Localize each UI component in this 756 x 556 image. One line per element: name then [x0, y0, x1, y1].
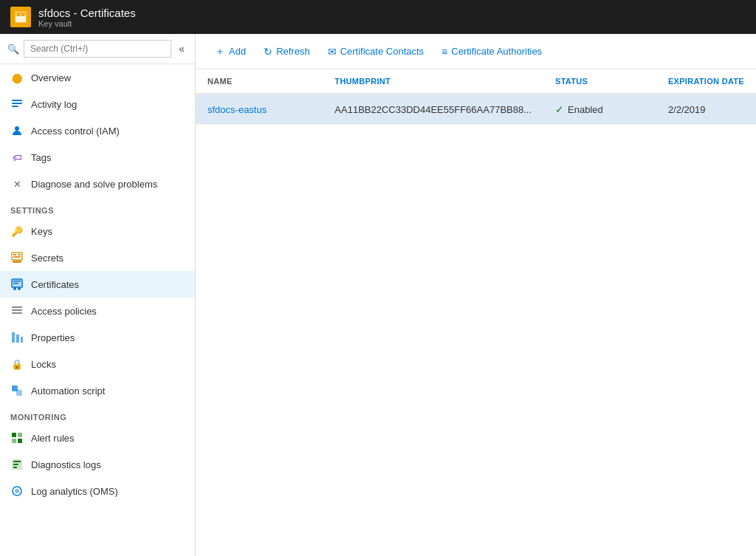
sidebar-item-secrets[interactable]: Secrets	[0, 244, 195, 271]
contacts-icon: ✉	[328, 46, 337, 58]
sidebar-item-access-policies[interactable]: Access policies	[0, 298, 195, 324]
locks-icon: 🔒	[10, 357, 24, 371]
properties-icon	[10, 331, 24, 344]
overview-icon: ⬤	[10, 71, 24, 84]
cert-name-link[interactable]: sfdocs-eastus	[207, 104, 267, 115]
svg-rect-15	[13, 281, 21, 282]
search-bar: 🔍 «	[0, 34, 195, 64]
cert-status-cell: ✓ Enabled	[543, 94, 656, 125]
svg-rect-20	[12, 309, 22, 311]
table-header: NAME THUMBPRINT STATUS EXPIRATION DATE	[196, 69, 756, 94]
refresh-button[interactable]: ↻ Refresh	[256, 41, 317, 62]
refresh-icon: ↻	[264, 46, 272, 58]
secrets-icon	[10, 251, 24, 264]
sidebar-item-keys[interactable]: 🔑 Keys	[0, 218, 195, 244]
app-subtitle: Key vault	[38, 19, 136, 28]
table-row[interactable]: sfdocs-eastus AA11BB22CC33DD44EE55FF66AA…	[196, 94, 756, 125]
sidebar-item-alert-rules[interactable]: Alert rules	[0, 425, 195, 451]
sidebar-item-locks[interactable]: 🔒 Locks	[0, 351, 195, 377]
sidebar-item-keys-label: Keys	[31, 226, 52, 237]
svg-point-18	[18, 287, 21, 290]
svg-rect-6	[12, 106, 18, 107]
svg-rect-22	[12, 332, 15, 343]
keys-icon: 🔑	[10, 224, 24, 238]
sidebar-item-diagnose[interactable]: ✕ Diagnose and solve problems	[0, 171, 195, 197]
search-input[interactable]	[24, 40, 171, 58]
svg-rect-10	[18, 254, 21, 255]
svg-rect-1	[16, 16, 26, 22]
add-icon: ＋	[215, 45, 225, 58]
svg-rect-9	[13, 254, 16, 255]
table-body: sfdocs-eastus AA11BB22CC33DD44EE55FF66AA…	[196, 94, 756, 125]
svg-point-17	[13, 287, 16, 290]
svg-rect-12	[13, 261, 21, 263]
cert-status-label: Enabled	[568, 104, 603, 115]
certificates-table-container: NAME THUMBPRINT STATUS EXPIRATION DATE s…	[196, 69, 756, 556]
toolbar: ＋ Add ↻ Refresh ✉ Certificate Contacts ≡…	[196, 34, 756, 69]
svg-rect-30	[18, 439, 22, 443]
sidebar-item-overview-label: Overview	[31, 72, 71, 83]
sidebar-item-activity-log[interactable]: Activity log	[0, 91, 195, 117]
settings-section-label: SETTINGS	[0, 197, 195, 218]
svg-rect-23	[16, 334, 19, 343]
diagnose-icon: ✕	[10, 177, 24, 191]
monitoring-section-label: MONITORING	[0, 404, 195, 425]
sidebar-item-log-analytics[interactable]: Log analytics (OMS)	[0, 478, 195, 504]
svg-rect-28	[18, 433, 22, 437]
sidebar-nav: ⬤ Overview Activity log Access control (…	[0, 64, 195, 556]
certificates-icon	[10, 278, 24, 291]
col-header-expiration: EXPIRATION DATE	[656, 69, 756, 94]
sidebar-item-log-analytics-label: Log analytics (OMS)	[31, 486, 118, 497]
sidebar-item-tags-label: Tags	[31, 152, 51, 163]
sidebar-item-diagnose-label: Diagnose and solve problems	[31, 179, 157, 190]
sidebar-item-alert-rules-label: Alert rules	[31, 433, 75, 444]
certificate-authorities-button[interactable]: ≡ Certificate Authorities	[434, 41, 549, 62]
sidebar-item-activity-log-label: Activity log	[31, 99, 77, 110]
authorities-label: Certificate Authorities	[451, 46, 542, 57]
sidebar-item-certificates[interactable]: Certificates	[0, 271, 195, 298]
svg-rect-29	[12, 439, 16, 443]
sidebar-item-access-control[interactable]: Access control (IAM)	[0, 117, 195, 144]
collapse-button[interactable]: «	[176, 41, 188, 56]
svg-rect-24	[21, 337, 23, 343]
diagnostics-logs-icon	[10, 458, 24, 471]
sidebar-item-diagnostics-logs-label: Diagnostics logs	[31, 459, 101, 470]
svg-rect-27	[12, 433, 16, 437]
svg-rect-4	[12, 100, 22, 101]
sidebar-item-diagnostics-logs[interactable]: Diagnostics logs	[0, 451, 195, 478]
svg-rect-2	[17, 13, 20, 16]
svg-point-7	[15, 126, 19, 131]
svg-rect-19	[12, 306, 22, 308]
sidebar-item-certificates-label: Certificates	[31, 279, 79, 290]
app-title: sfdocs - Certificates	[38, 7, 136, 19]
add-button[interactable]: ＋ Add	[207, 41, 253, 63]
sidebar-item-properties[interactable]: Properties	[0, 324, 195, 351]
activity-log-icon	[10, 97, 24, 111]
col-header-name: NAME	[196, 69, 323, 94]
col-header-thumbprint: THUMBPRINT	[323, 69, 543, 94]
cert-name-cell: sfdocs-eastus	[196, 94, 323, 125]
sidebar-item-tags[interactable]: 🏷 Tags	[0, 144, 195, 171]
tags-icon: 🏷	[10, 151, 24, 164]
col-header-status: STATUS	[543, 69, 656, 94]
app-header: sfdocs - Certificates Key vault	[0, 0, 756, 34]
sidebar-item-secrets-label: Secrets	[31, 253, 63, 264]
svg-rect-32	[13, 461, 21, 462]
add-label: Add	[229, 46, 246, 57]
sidebar-item-overview[interactable]: ⬤ Overview	[0, 64, 195, 91]
sidebar-item-automation[interactable]: Automation script	[0, 377, 195, 404]
sidebar-item-automation-label: Automation script	[31, 385, 105, 397]
certificates-table: NAME THUMBPRINT STATUS EXPIRATION DATE s…	[196, 69, 756, 125]
alert-rules-icon	[10, 431, 24, 445]
svg-rect-33	[13, 464, 18, 465]
cert-expiration-cell: 2/2/2019	[656, 94, 756, 125]
svg-rect-11	[13, 256, 21, 258]
search-icon: 🔍	[7, 44, 19, 55]
main-layout: 🔍 « ⬤ Overview Activity log Access contr…	[0, 34, 756, 556]
svg-rect-5	[12, 103, 22, 104]
svg-rect-16	[13, 283, 18, 284]
sidebar-item-properties-label: Properties	[31, 332, 75, 343]
certificate-contacts-button[interactable]: ✉ Certificate Contacts	[320, 41, 431, 62]
refresh-label: Refresh	[276, 46, 310, 57]
sidebar-item-access-policies-label: Access policies	[31, 306, 97, 317]
